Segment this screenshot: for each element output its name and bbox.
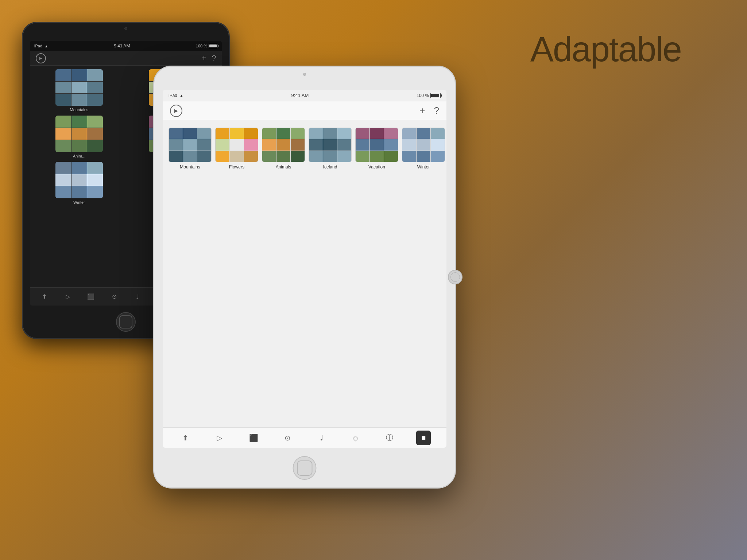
white-home-button[interactable] — [293, 456, 317, 480]
dark-album-winter[interactable]: Winter — [34, 162, 124, 205]
white-album-vacation[interactable]: Vacation — [355, 128, 398, 170]
dark-album-label-animals: Anim... — [73, 154, 85, 158]
white-album-flowers[interactable]: Flowers — [215, 128, 258, 170]
white-add-button[interactable]: + — [419, 105, 425, 116]
white-album-iceland[interactable]: Iceland — [309, 128, 352, 170]
dark-home-button[interactable] — [116, 312, 136, 332]
white-tool-play[interactable]: ▷ — [212, 431, 227, 445]
dark-tool-airplay[interactable]: ⬛ — [85, 291, 97, 303]
white-help-button[interactable]: ? — [434, 105, 439, 116]
dark-nav-icons: + ? — [202, 54, 216, 62]
dark-nav-bar: ▶ + ? — [30, 51, 222, 66]
white-tool-music[interactable]: ♩ — [314, 431, 329, 445]
dark-status-bar: iPad ▲ 9:41 AM 100 % — [30, 41, 222, 51]
white-wifi-icon: ▲ — [179, 93, 183, 98]
white-album-label-mountains: Mountains — [180, 164, 200, 170]
dark-ipad-label: iPad — [34, 44, 42, 48]
adaptable-label: Adaptable — [530, 29, 681, 69]
white-ipad-camera — [303, 73, 306, 76]
white-album-label-flowers: Flowers — [229, 164, 244, 170]
white-album-label-winter: Winter — [417, 164, 430, 170]
white-album-label-vacation: Vacation — [368, 164, 385, 170]
white-thumb-winter — [402, 128, 445, 162]
dark-album-mountains[interactable]: Mountains — [34, 69, 124, 112]
white-tool-airplay[interactable]: ⬛ — [246, 431, 261, 445]
dark-battery — [209, 44, 217, 48]
dark-thumb-mountains — [55, 69, 103, 106]
white-play-button[interactable]: ▶ — [170, 105, 182, 117]
dark-tool-timer[interactable]: ⊙ — [108, 291, 120, 303]
white-tool-export[interactable]: ⬆ — [178, 431, 193, 445]
white-tool-timer[interactable]: ⊙ — [280, 431, 295, 445]
dark-ipad-camera — [124, 27, 127, 30]
white-thumb-vacation — [355, 128, 398, 162]
dark-battery-pct: 100 % — [196, 44, 207, 48]
white-thumb-mountains — [169, 128, 212, 162]
white-tool-transition[interactable]: ◇ — [348, 431, 363, 445]
white-album-mountains[interactable]: Mountains — [169, 128, 212, 170]
white-ipad-screen: iPad ▲ 9:41 AM 100 % ▶ + ? — [163, 90, 446, 448]
dark-tool-export[interactable]: ⬆ — [39, 291, 50, 303]
white-tool-theme[interactable]: ■ — [416, 431, 431, 445]
white-nav-icons: + ? — [419, 105, 439, 116]
dark-thumb-animals — [55, 116, 103, 152]
white-ipad-label: iPad — [169, 93, 177, 98]
white-nav-bar: ▶ + ? — [163, 101, 446, 120]
white-thumb-iceland — [309, 128, 352, 162]
white-side-button[interactable] — [448, 270, 462, 284]
dark-album-label-winter: Winter — [73, 200, 85, 205]
white-tool-info[interactable]: ⓘ — [382, 431, 397, 445]
white-album-grid: Mountains Flowers Animals — [163, 120, 446, 177]
white-ipad: iPad ▲ 9:41 AM 100 % ▶ + ? — [153, 66, 456, 489]
dark-play-button[interactable]: ▶ — [36, 53, 46, 63]
dark-help-button[interactable]: ? — [212, 54, 216, 62]
white-time: 9:41 AM — [291, 93, 309, 98]
white-bottom-toolbar: ⬆ ▷ ⬛ ⊙ ♩ ◇ ⓘ ■ — [163, 427, 446, 448]
white-main-content — [163, 177, 446, 448]
dark-tool-music[interactable]: ♩ — [132, 291, 143, 303]
white-album-label-iceland: Iceland — [323, 164, 337, 170]
white-album-winter[interactable]: Winter — [402, 128, 445, 170]
dark-add-button[interactable]: + — [202, 54, 206, 62]
white-thumb-flowers — [215, 128, 258, 162]
dark-tool-play[interactable]: ▷ — [62, 291, 74, 303]
white-thumb-animals — [262, 128, 305, 162]
dark-album-animals[interactable]: Anim... — [34, 116, 124, 158]
dark-time: 9:41 AM — [114, 43, 130, 48]
dark-thumb-winter — [55, 162, 103, 198]
white-status-bar: iPad ▲ 9:41 AM 100 % — [163, 90, 446, 101]
white-album-label-animals: Animals — [276, 164, 291, 170]
dark-wifi-icon: ▲ — [44, 44, 48, 48]
white-battery — [430, 93, 441, 98]
dark-album-label-mountains: Mountains — [70, 108, 89, 112]
white-battery-pct: 100 % — [417, 93, 429, 98]
white-album-animals[interactable]: Animals — [262, 128, 305, 170]
